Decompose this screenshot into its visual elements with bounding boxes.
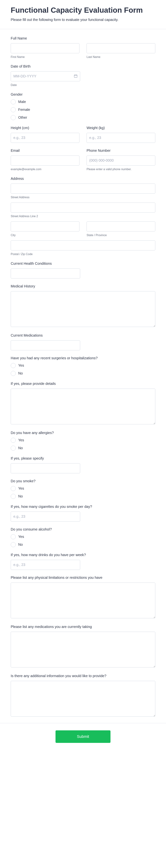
street-address-sublabel: Street Address <box>11 196 155 199</box>
gender-label: Gender <box>11 92 155 96</box>
alcohol-yes-option[interactable]: Yes <box>11 534 155 539</box>
street-address-input[interactable] <box>11 184 155 194</box>
phone-label: Phone Number <box>87 149 155 153</box>
postal-input[interactable] <box>11 240 155 250</box>
dob-label: Date of Birth <box>11 64 155 68</box>
alcohol-yes-label: Yes <box>18 535 24 539</box>
health-conditions-input[interactable] <box>11 269 80 278</box>
gender-male-option[interactable]: Male <box>11 99 155 104</box>
state-input[interactable] <box>87 221 155 231</box>
city-sublabel: City <box>11 234 79 237</box>
smoke-no-label: No <box>18 494 23 498</box>
smoke-yes-option[interactable]: Yes <box>11 486 155 491</box>
height-input[interactable] <box>11 133 79 143</box>
allergies-yes-option[interactable]: Yes <box>11 438 155 443</box>
state-sublabel: State / Province <box>87 234 155 237</box>
email-input[interactable] <box>11 156 79 165</box>
weight-input[interactable] <box>87 133 155 143</box>
recent-surgery-yes-label: Yes <box>18 363 24 368</box>
allergies-label: Do you have any allergies? <box>11 431 155 435</box>
recent-surgery-yes-option[interactable]: Yes <box>11 363 155 368</box>
last-name-input[interactable] <box>87 43 155 53</box>
physical-limitations-textarea[interactable] <box>11 583 155 618</box>
weight-label: Weight (kg) <box>87 126 155 130</box>
allergies-no-option[interactable]: No <box>11 445 155 451</box>
first-name-input[interactable] <box>11 43 79 53</box>
medications-taking-textarea[interactable] <box>11 632 155 668</box>
dob-input[interactable] <box>11 71 80 81</box>
first-name-sublabel: First Name <box>11 55 79 59</box>
form-title: Functional Capacity Evaluation Form <box>11 5 155 15</box>
gender-other-label: Other <box>18 116 27 120</box>
smoke-no-option[interactable]: No <box>11 494 155 499</box>
current-medications-label: Current Medications <box>11 333 155 338</box>
street-address-2-sublabel: Street Address Line 2 <box>11 215 155 218</box>
additional-info-label: Is there any additional information you … <box>11 674 155 678</box>
alcohol-no-label: No <box>18 542 23 547</box>
height-label: Height (cm) <box>11 126 79 130</box>
physical-limitations-label: Please list any physical limitations or … <box>11 576 155 580</box>
email-sublabel: example@example.com <box>11 168 79 171</box>
allergies-no-label: No <box>18 446 23 450</box>
postal-sublabel: Postal / Zip Code <box>11 253 155 256</box>
radio-icon <box>11 542 16 547</box>
radio-icon <box>11 99 16 104</box>
alcohol-label: Do you consume alcohol? <box>11 527 155 531</box>
phone-input[interactable] <box>87 156 155 165</box>
full-name-label: Full Name <box>11 36 155 40</box>
smoke-yes-label: Yes <box>18 486 24 491</box>
cigarettes-input[interactable] <box>11 512 80 522</box>
radio-icon <box>11 363 16 368</box>
radio-icon <box>11 107 16 112</box>
radio-icon <box>11 371 16 376</box>
last-name-sublabel: Last Name <box>87 55 155 59</box>
cigarettes-label: If yes, how many cigarettes do you smoke… <box>11 505 155 509</box>
surgery-details-textarea[interactable] <box>11 389 155 424</box>
radio-icon <box>11 486 16 491</box>
city-input[interactable] <box>11 221 79 231</box>
surgery-details-label: If yes, please provide details <box>11 382 155 386</box>
health-conditions-label: Current Health Conditions <box>11 261 155 266</box>
allergy-specify-label: If yes, please specify <box>11 456 155 461</box>
form-subtitle: Please fill out the following form to ev… <box>11 18 155 22</box>
drinks-input[interactable] <box>11 560 80 570</box>
allergy-specify-input[interactable] <box>11 463 80 473</box>
radio-icon <box>11 494 16 499</box>
current-medications-input[interactable] <box>11 340 80 350</box>
drinks-label: If yes, how many drinks do you have per … <box>11 553 155 557</box>
recent-surgery-no-label: No <box>18 371 23 375</box>
gender-female-label: Female <box>18 107 30 112</box>
allergies-yes-label: Yes <box>18 438 24 442</box>
street-address-2-input[interactable] <box>11 203 155 213</box>
smoke-label: Do you smoke? <box>11 479 155 483</box>
radio-icon <box>11 534 16 539</box>
radio-icon <box>11 115 16 120</box>
submit-button[interactable]: Submit <box>56 731 110 743</box>
radio-icon <box>11 438 16 443</box>
medications-taking-label: Please list any medications you are curr… <box>11 625 155 629</box>
gender-other-option[interactable]: Other <box>11 115 155 120</box>
alcohol-no-option[interactable]: No <box>11 542 155 547</box>
email-label: Email <box>11 149 79 153</box>
radio-icon <box>11 445 16 451</box>
phone-sublabel: Please enter a valid phone number. <box>87 168 155 171</box>
recent-surgery-label: Have you had any recent surgeries or hos… <box>11 356 155 360</box>
additional-info-textarea[interactable] <box>11 681 155 717</box>
dob-sublabel: Date <box>11 84 155 87</box>
medical-history-textarea[interactable] <box>11 291 155 327</box>
address-label: Address <box>11 177 155 181</box>
recent-surgery-no-option[interactable]: No <box>11 371 155 376</box>
gender-female-option[interactable]: Female <box>11 107 155 112</box>
medical-history-label: Medical History <box>11 284 155 288</box>
gender-male-label: Male <box>18 100 26 104</box>
